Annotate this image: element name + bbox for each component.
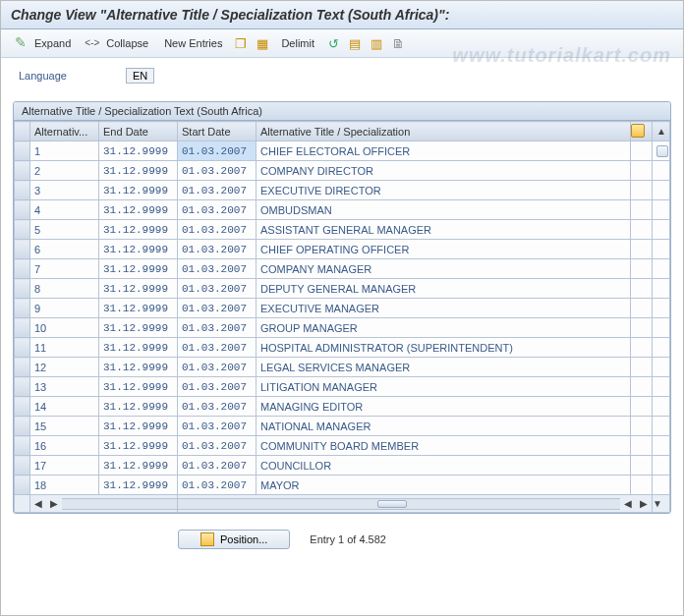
cell-alt[interactable]: 8 (30, 279, 99, 299)
cell-end-date[interactable]: 31.12.9999 (99, 240, 178, 259)
cell-title[interactable]: MAYOR (256, 476, 631, 495)
cell-end-date[interactable]: 31.12.9999 (99, 338, 178, 358)
scroll-left-icon[interactable]: ◀ (30, 498, 46, 509)
vscroll-track[interactable] (653, 456, 670, 476)
vscroll-track[interactable] (653, 299, 670, 318)
row-selector[interactable] (15, 220, 30, 240)
table-row[interactable]: 931.12.999901.03.2007EXECUTIVE MANAGER (15, 299, 670, 318)
cell-alt[interactable]: 14 (30, 397, 99, 417)
cell-title[interactable]: GROUP MANAGER (256, 318, 631, 338)
cell-alt[interactable]: 9 (30, 299, 99, 318)
hscroll-track-2[interactable] (178, 498, 620, 510)
row-selector[interactable] (15, 240, 30, 259)
cell-start-date[interactable]: 01.03.2007 (178, 358, 256, 377)
cell-title[interactable]: LEGAL SERVICES MANAGER (256, 358, 631, 377)
cell-title[interactable]: HOSPITAL ADMINISTRATOR (SUPERINTENDENT) (256, 338, 631, 358)
cell-start-date[interactable]: 01.03.2007 (178, 338, 256, 358)
table-row[interactable]: 1231.12.999901.03.2007LEGAL SERVICES MAN… (15, 358, 670, 377)
cell-alt[interactable]: 7 (30, 259, 99, 279)
scroll-up-button[interactable]: ▲ (653, 122, 670, 141)
hscroll-track[interactable] (62, 498, 177, 510)
cell-end-date[interactable]: 31.12.9999 (99, 456, 178, 476)
row-selector[interactable] (15, 141, 30, 161)
cell-alt[interactable]: 12 (30, 358, 99, 377)
vscroll-track[interactable] (653, 279, 670, 299)
cell-alt[interactable]: 1 (30, 141, 99, 161)
cell-alt[interactable]: 5 (30, 220, 99, 240)
cell-title[interactable]: CHIEF OPERATING OFFICER (256, 240, 631, 259)
cell-alt[interactable]: 3 (30, 181, 99, 200)
vscroll-track[interactable] (653, 358, 670, 377)
cell-end-date[interactable]: 31.12.9999 (99, 318, 178, 338)
table-row[interactable]: 531.12.999901.03.2007ASSISTANT GENERAL M… (15, 220, 670, 240)
table-row[interactable]: 1731.12.999901.03.2007COUNCILLOR (15, 456, 670, 476)
table-row[interactable]: 231.12.999901.03.2007COMPANY DIRECTOR (15, 161, 670, 181)
scroll-left-icon-2[interactable]: ◀ (620, 498, 636, 509)
cell-end-date[interactable]: 31.12.9999 (99, 476, 178, 495)
table-row[interactable]: 431.12.999901.03.2007OMBUDSMAN (15, 200, 670, 220)
cell-title[interactable]: EXECUTIVE DIRECTOR (256, 181, 631, 200)
col-end-date[interactable]: End Date (99, 122, 178, 141)
cell-end-date[interactable]: 31.12.9999 (99, 161, 178, 181)
table-row[interactable]: 1431.12.999901.03.2007MANAGING EDITOR (15, 397, 670, 417)
cell-end-date[interactable]: 31.12.9999 (99, 181, 178, 200)
vscroll-track[interactable] (653, 476, 670, 495)
table-row[interactable]: 631.12.999901.03.2007CHIEF OPERATING OFF… (15, 240, 670, 259)
cell-start-date[interactable]: 01.03.2007 (178, 417, 256, 436)
vscroll-track[interactable] (653, 220, 670, 240)
cell-start-date[interactable]: 01.03.2007 (178, 200, 256, 220)
table-row[interactable]: 831.12.999901.03.2007DEPUTY GENERAL MANA… (15, 279, 670, 299)
cell-title[interactable]: LITIGATION MANAGER (256, 377, 631, 397)
cell-start-date[interactable]: 01.03.2007 (178, 161, 256, 181)
cell-alt[interactable]: 4 (30, 200, 99, 220)
select-all-icon[interactable]: ▦ (254, 34, 271, 52)
scroll-down-button[interactable]: ▼ (653, 495, 670, 513)
cell-alt[interactable]: 13 (30, 377, 99, 397)
collapse-button[interactable]: Collapse (81, 33, 154, 53)
row-selector[interactable] (15, 181, 30, 200)
position-button[interactable]: Position... (178, 530, 290, 549)
row-selector-header[interactable] (15, 122, 30, 141)
col-alternative[interactable]: Alternativ... (30, 122, 99, 141)
row-selector[interactable] (15, 279, 30, 299)
cell-end-date[interactable]: 31.12.9999 (99, 358, 178, 377)
row-selector[interactable] (15, 338, 30, 358)
row-selector[interactable] (15, 299, 30, 318)
select-block-icon[interactable]: ▤ (346, 34, 364, 52)
cell-start-date[interactable]: 01.03.2007 (178, 181, 256, 200)
cell-alt[interactable]: 6 (30, 240, 99, 259)
cell-alt[interactable]: 18 (30, 476, 99, 495)
undo-icon[interactable]: ↺ (324, 34, 342, 52)
cell-start-date[interactable]: 01.03.2007 (178, 220, 256, 240)
print-icon[interactable]: 🗎 (389, 34, 407, 52)
cell-end-date[interactable]: 31.12.9999 (99, 377, 178, 397)
table-row[interactable]: 131.12.999901.03.2007CHIEF ELECTORAL OFF… (15, 141, 670, 161)
cell-title[interactable]: DEPUTY GENERAL MANAGER (256, 279, 631, 299)
vscroll-track[interactable] (653, 397, 670, 417)
vscroll-track[interactable] (653, 417, 670, 436)
scroll-right-icon[interactable]: ▶ (46, 498, 62, 509)
cell-start-date[interactable]: 01.03.2007 (178, 318, 256, 338)
row-selector[interactable] (15, 476, 30, 495)
table-row[interactable]: 1131.12.999901.03.2007HOSPITAL ADMINISTR… (15, 338, 670, 358)
row-selector[interactable] (15, 259, 30, 279)
cell-title[interactable]: COUNCILLOR (256, 456, 631, 476)
language-value[interactable]: EN (126, 68, 154, 84)
cell-end-date[interactable]: 31.12.9999 (99, 299, 178, 318)
col-start-date[interactable]: Start Date (178, 122, 256, 141)
row-selector[interactable] (15, 377, 30, 397)
cell-start-date[interactable]: 01.03.2007 (178, 240, 256, 259)
cell-start-date[interactable]: 01.03.2007 (178, 436, 256, 456)
cell-end-date[interactable]: 31.12.9999 (99, 417, 178, 436)
cell-end-date[interactable]: 31.12.9999 (99, 436, 178, 456)
row-selector[interactable] (15, 456, 30, 476)
cell-alt[interactable]: 10 (30, 318, 99, 338)
table-row[interactable]: 1831.12.999901.03.2007MAYOR (15, 476, 670, 495)
row-selector[interactable] (15, 397, 30, 417)
vscroll-track[interactable] (653, 161, 670, 181)
cell-title[interactable]: COMPANY DIRECTOR (256, 161, 631, 181)
cell-alt[interactable]: 15 (30, 417, 99, 436)
cell-title[interactable]: EXECUTIVE MANAGER (256, 299, 631, 318)
scroll-right-icon-2[interactable]: ▶ (636, 498, 652, 509)
cell-end-date[interactable]: 31.12.9999 (99, 220, 178, 240)
